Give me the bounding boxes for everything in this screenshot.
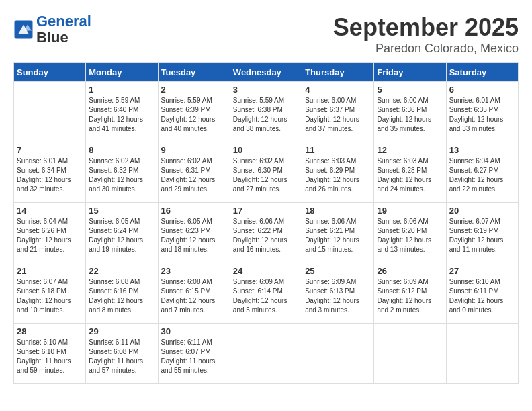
day-cell: 6 Sunrise: 6:01 AMSunset: 6:35 PMDayligh… [446, 82, 518, 142]
weekday-header-friday: Friday [374, 63, 446, 82]
day-info: Sunrise: 5:59 AMSunset: 6:39 PMDaylight:… [161, 96, 227, 134]
day-cell: 9 Sunrise: 6:02 AMSunset: 6:31 PMDayligh… [158, 142, 230, 203]
day-info: Sunrise: 6:06 AMSunset: 6:20 PMDaylight:… [377, 217, 443, 255]
day-info: Sunrise: 6:00 AMSunset: 6:36 PMDaylight:… [377, 96, 443, 134]
day-number: 21 [17, 266, 83, 276]
weekday-header-tuesday: Tuesday [158, 63, 230, 82]
day-number: 3 [233, 85, 299, 95]
day-cell: 10 Sunrise: 6:02 AMSunset: 6:30 PMDaylig… [230, 142, 302, 203]
day-number: 12 [377, 145, 443, 155]
day-number: 5 [377, 85, 443, 95]
day-info: Sunrise: 6:11 AMSunset: 6:08 PMDaylight:… [89, 338, 154, 375]
day-info: Sunrise: 6:06 AMSunset: 6:22 PMDaylight:… [233, 217, 299, 255]
day-cell: 24 Sunrise: 6:09 AMSunset: 6:14 PMDaylig… [230, 263, 302, 324]
logo-icon [13, 19, 34, 40]
day-info: Sunrise: 6:02 AMSunset: 6:31 PMDaylight:… [161, 156, 227, 194]
day-info: Sunrise: 6:04 AMSunset: 6:27 PMDaylight:… [449, 156, 515, 194]
day-cell: 13 Sunrise: 6:04 AMSunset: 6:27 PMDaylig… [446, 142, 518, 203]
title-block: September 2025 Paredon Colorado, Mexico [333, 13, 519, 56]
weekday-header-saturday: Saturday [446, 63, 518, 82]
location-title: Paredon Colorado, Mexico [333, 42, 519, 56]
day-cell: 22 Sunrise: 6:08 AMSunset: 6:16 PMDaylig… [86, 263, 158, 324]
day-cell: 11 Sunrise: 6:03 AMSunset: 6:29 PMDaylig… [302, 142, 374, 203]
day-info: Sunrise: 5:59 AMSunset: 6:38 PMDaylight:… [233, 96, 299, 134]
day-cell: 1 Sunrise: 5:59 AMSunset: 6:40 PMDayligh… [86, 82, 158, 142]
weekday-header-sunday: Sunday [14, 63, 86, 82]
day-number: 20 [449, 205, 515, 216]
day-cell: 30 Sunrise: 6:11 AMSunset: 6:07 PMDaylig… [158, 324, 230, 384]
month-title: September 2025 [333, 13, 519, 42]
day-cell: 14 Sunrise: 6:04 AMSunset: 6:26 PMDaylig… [14, 203, 86, 263]
weekday-header-thursday: Thursday [302, 63, 374, 82]
day-number: 13 [449, 145, 515, 155]
day-cell [446, 324, 518, 384]
day-cell [374, 324, 446, 384]
week-row-5: 28 Sunrise: 6:10 AMSunset: 6:10 PMDaylig… [14, 324, 519, 384]
day-info: Sunrise: 6:07 AMSunset: 6:19 PMDaylight:… [449, 217, 515, 255]
day-cell: 8 Sunrise: 6:02 AMSunset: 6:32 PMDayligh… [86, 142, 158, 203]
day-info: Sunrise: 6:06 AMSunset: 6:21 PMDaylight:… [305, 217, 371, 255]
day-info: Sunrise: 6:03 AMSunset: 6:28 PMDaylight:… [377, 156, 443, 194]
week-row-3: 14 Sunrise: 6:04 AMSunset: 6:26 PMDaylig… [14, 203, 519, 263]
day-cell: 15 Sunrise: 6:05 AMSunset: 6:24 PMDaylig… [86, 203, 158, 263]
day-number: 7 [17, 145, 83, 155]
day-cell: 26 Sunrise: 6:09 AMSunset: 6:12 PMDaylig… [374, 263, 446, 324]
weekday-header-wednesday: Wednesday [230, 63, 302, 82]
logo-line2: Blue [36, 29, 69, 46]
day-number: 10 [233, 145, 299, 155]
day-number: 29 [89, 326, 154, 336]
day-cell: 28 Sunrise: 6:10 AMSunset: 6:10 PMDaylig… [14, 324, 86, 384]
day-cell: 16 Sunrise: 6:05 AMSunset: 6:23 PMDaylig… [158, 203, 230, 263]
day-cell: 12 Sunrise: 6:03 AMSunset: 6:28 PMDaylig… [374, 142, 446, 203]
day-info: Sunrise: 6:02 AMSunset: 6:32 PMDaylight:… [89, 156, 154, 194]
day-cell: 19 Sunrise: 6:06 AMSunset: 6:20 PMDaylig… [374, 203, 446, 263]
day-info: Sunrise: 6:08 AMSunset: 6:15 PMDaylight:… [161, 277, 227, 315]
day-cell [230, 324, 302, 384]
day-number: 22 [89, 266, 154, 276]
logo: General Blue [13, 13, 91, 46]
day-number: 28 [17, 326, 83, 336]
calendar-table: SundayMondayTuesdayWednesdayThursdayFrid… [13, 62, 519, 384]
day-number: 16 [161, 205, 227, 216]
day-number: 15 [89, 205, 154, 216]
day-info: Sunrise: 6:05 AMSunset: 6:24 PMDaylight:… [89, 217, 154, 255]
day-cell: 5 Sunrise: 6:00 AMSunset: 6:36 PMDayligh… [374, 82, 446, 142]
day-cell [14, 82, 86, 142]
day-cell: 18 Sunrise: 6:06 AMSunset: 6:21 PMDaylig… [302, 203, 374, 263]
day-cell: 7 Sunrise: 6:01 AMSunset: 6:34 PMDayligh… [14, 142, 86, 203]
page-header: General Blue September 2025 Paredon Colo… [13, 13, 519, 56]
week-row-2: 7 Sunrise: 6:01 AMSunset: 6:34 PMDayligh… [14, 142, 519, 203]
day-number: 14 [17, 205, 83, 216]
day-number: 30 [161, 326, 227, 336]
day-info: Sunrise: 6:01 AMSunset: 6:34 PMDaylight:… [17, 156, 83, 194]
day-info: Sunrise: 6:04 AMSunset: 6:26 PMDaylight:… [17, 217, 83, 255]
day-number: 18 [305, 205, 371, 216]
day-info: Sunrise: 6:07 AMSunset: 6:18 PMDaylight:… [17, 277, 83, 315]
day-number: 1 [89, 85, 154, 95]
day-number: 9 [161, 145, 227, 155]
day-number: 8 [89, 145, 154, 155]
day-number: 26 [377, 266, 443, 276]
day-number: 11 [305, 145, 371, 155]
day-cell: 23 Sunrise: 6:08 AMSunset: 6:15 PMDaylig… [158, 263, 230, 324]
day-cell: 2 Sunrise: 5:59 AMSunset: 6:39 PMDayligh… [158, 82, 230, 142]
weekday-header-row: SundayMondayTuesdayWednesdayThursdayFrid… [14, 63, 519, 82]
day-cell: 21 Sunrise: 6:07 AMSunset: 6:18 PMDaylig… [14, 263, 86, 324]
day-cell [302, 324, 374, 384]
day-number: 27 [449, 266, 515, 276]
logo-line1: General [36, 13, 91, 30]
day-cell: 25 Sunrise: 6:09 AMSunset: 6:13 PMDaylig… [302, 263, 374, 324]
day-cell: 4 Sunrise: 6:00 AMSunset: 6:37 PMDayligh… [302, 82, 374, 142]
day-cell: 29 Sunrise: 6:11 AMSunset: 6:08 PMDaylig… [86, 324, 158, 384]
week-row-1: 1 Sunrise: 5:59 AMSunset: 6:40 PMDayligh… [14, 82, 519, 142]
logo-text: General Blue [36, 13, 91, 46]
day-number: 17 [233, 205, 299, 216]
day-number: 24 [233, 266, 299, 276]
day-number: 2 [161, 85, 227, 95]
day-info: Sunrise: 6:01 AMSunset: 6:35 PMDaylight:… [449, 96, 515, 134]
day-info: Sunrise: 6:03 AMSunset: 6:29 PMDaylight:… [305, 156, 371, 194]
day-info: Sunrise: 6:10 AMSunset: 6:10 PMDaylight:… [17, 338, 83, 375]
day-info: Sunrise: 5:59 AMSunset: 6:40 PMDaylight:… [89, 96, 154, 134]
day-number: 6 [449, 85, 515, 95]
day-cell: 20 Sunrise: 6:07 AMSunset: 6:19 PMDaylig… [446, 203, 518, 263]
